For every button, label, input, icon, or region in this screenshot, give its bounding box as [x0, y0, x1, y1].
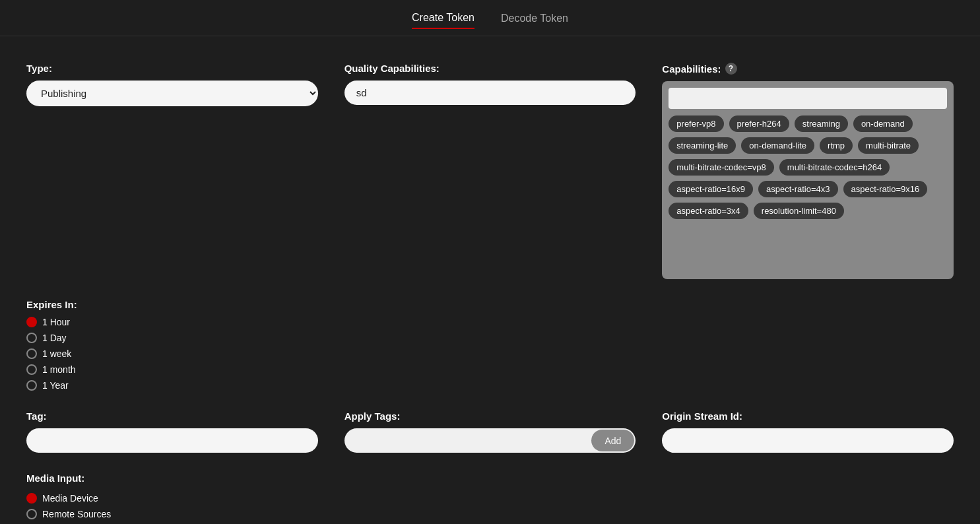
second-row: Tag: Apply Tags: Add Origin Stream Id:	[26, 410, 954, 453]
expires-option-1hour[interactable]: 1 Hour	[26, 317, 318, 327]
capability-tag[interactable]: streaming	[795, 115, 848, 132]
origin-stream-section: Origin Stream Id:	[662, 410, 954, 453]
capability-tag[interactable]: rtmp	[820, 137, 853, 154]
expires-radio-1month[interactable]	[26, 364, 37, 375]
expires-label: Expires In:	[26, 299, 318, 310]
capability-tag[interactable]: streaming-lite	[669, 137, 736, 154]
expires-option-1year[interactable]: 1 Year	[26, 380, 318, 391]
capability-tag[interactable]: multi-bitrate-codec=h264	[779, 159, 890, 176]
main-content: Type: Publishing Quality Capabilities: C…	[0, 36, 980, 524]
type-label: Type:	[26, 63, 318, 74]
capabilities-box: prefer-vp8prefer-h264streamingon-demands…	[662, 81, 954, 279]
capability-tag[interactable]: aspect-ratio=16x9	[669, 181, 753, 197]
expires-label-1week: 1 week	[42, 348, 71, 359]
media-option-remote-sources[interactable]: Remote Sources	[26, 509, 954, 519]
media-radio-media-device[interactable]	[26, 493, 37, 504]
apply-tags-wrapper: Add	[344, 428, 636, 453]
capability-tag[interactable]: aspect-ratio=4x3	[758, 181, 837, 197]
quality-input[interactable]	[344, 81, 636, 105]
expires-radio-1day[interactable]	[26, 333, 37, 343]
media-input-section: Media Input: Media DeviceRemote Sources	[26, 473, 954, 519]
help-icon[interactable]: ?	[725, 63, 737, 75]
top-navigation: Create Token Decode Token	[0, 0, 980, 36]
expires-option-1week[interactable]: 1 week	[26, 348, 318, 359]
capability-tag[interactable]: prefer-h264	[729, 115, 789, 132]
expires-radio-1week[interactable]	[26, 348, 37, 359]
apply-tags-input[interactable]	[344, 428, 591, 453]
form-grid: Type: Publishing Quality Capabilities: C…	[26, 63, 954, 391]
expires-radio-1year[interactable]	[26, 380, 37, 391]
tab-create-token[interactable]: Create Token	[412, 12, 474, 29]
capability-tag[interactable]: on-demand	[853, 115, 913, 132]
origin-stream-input[interactable]	[662, 428, 954, 453]
capability-tag[interactable]: aspect-ratio=9x16	[843, 181, 928, 197]
origin-stream-label: Origin Stream Id:	[662, 410, 954, 422]
capabilities-tags: prefer-vp8prefer-h264streamingon-demands…	[669, 115, 947, 219]
tab-decode-token[interactable]: Decode Token	[501, 13, 568, 28]
expires-section: Expires In: 1 Hour1 Day1 week1 month1 Ye…	[26, 299, 318, 391]
capability-tag[interactable]: on-demand-lite	[741, 137, 814, 154]
media-option-media-device[interactable]: Media Device	[26, 493, 954, 504]
media-options: Media DeviceRemote Sources	[26, 493, 954, 519]
media-radio-remote-sources[interactable]	[26, 509, 37, 519]
capability-tag[interactable]: multi-bitrate	[858, 137, 919, 154]
media-input-label: Media Input:	[26, 473, 954, 484]
capabilities-label: Capabilities: ?	[662, 63, 954, 75]
apply-tags-section: Apply Tags: Add	[344, 410, 636, 453]
capability-tag[interactable]: prefer-vp8	[669, 115, 723, 132]
expires-label-1month: 1 month	[42, 364, 76, 375]
expires-label-1day: 1 Day	[42, 333, 67, 343]
type-section: Type: Publishing	[26, 63, 318, 279]
expires-options: 1 Hour1 Day1 week1 month1 Year	[26, 317, 318, 391]
capability-tag[interactable]: resolution-limit=480	[754, 203, 844, 219]
type-select[interactable]: Publishing	[26, 81, 318, 106]
expires-radio-1hour[interactable]	[26, 317, 37, 327]
capabilities-section: Capabilities: ? prefer-vp8prefer-h264str…	[662, 63, 954, 279]
expires-option-1day[interactable]: 1 Day	[26, 333, 318, 343]
media-label-remote-sources: Remote Sources	[42, 509, 111, 519]
add-button[interactable]: Add	[591, 430, 634, 451]
expires-label-1hour: 1 Hour	[42, 317, 70, 327]
capability-tag[interactable]: multi-bitrate-codec=vp8	[669, 159, 773, 176]
quality-section: Quality Capabilities:	[344, 63, 636, 279]
quality-label: Quality Capabilities:	[344, 63, 636, 74]
apply-tags-label: Apply Tags:	[344, 410, 636, 422]
capability-tag[interactable]: aspect-ratio=3x4	[669, 203, 748, 219]
tag-label: Tag:	[26, 410, 318, 422]
expires-option-1month[interactable]: 1 month	[26, 364, 318, 375]
tag-input[interactable]	[26, 428, 318, 453]
tag-section: Tag:	[26, 410, 318, 453]
capabilities-search-input[interactable]	[669, 88, 947, 109]
media-label-media-device: Media Device	[42, 493, 98, 504]
expires-label-1year: 1 Year	[42, 380, 69, 391]
